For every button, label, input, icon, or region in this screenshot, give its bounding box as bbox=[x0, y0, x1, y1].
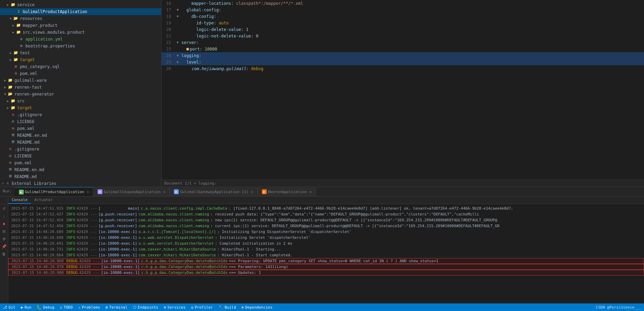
tree-label-readme-root: README.md bbox=[14, 174, 37, 179]
log-time-11: 2023-07-15 14:48:20.878 bbox=[11, 265, 64, 269]
code-line-19: 19 id-type: auto bbox=[162, 20, 644, 26]
run-tab-gateway[interactable]: ▶ GulimallGatewayApplication (1) × bbox=[170, 187, 258, 196]
log-thread-7: [io-10000-exec-1] bbox=[98, 241, 137, 246]
todo-icon: ☑ bbox=[60, 305, 63, 310]
close-product-tab[interactable]: × bbox=[87, 190, 89, 194]
log-pid-10: 42429 --- bbox=[79, 259, 100, 263]
status-problems[interactable]: ⚠ Problems bbox=[78, 305, 100, 310]
run-tab-renren[interactable]: ▶ RenrenApplication × bbox=[258, 187, 316, 196]
tree-item-license-root[interactable]: © LICENSE bbox=[0, 153, 161, 159]
run-tab-product[interactable]: ▶ GulimallProductApplication × bbox=[15, 187, 93, 196]
status-terminal[interactable]: ⊞ Terminal bbox=[106, 305, 127, 310]
code-line-24: 24 ▼ logging: bbox=[162, 52, 644, 59]
log-content[interactable]: 2023-07-15 14:47:51.915 INFO 42429 --- [… bbox=[8, 204, 644, 303]
log-time-7: 2023-07-15 14:48:20.691 bbox=[11, 241, 63, 246]
tree-label-target-rg: target bbox=[17, 105, 32, 110]
log-class-6: o.s.web.servlet.DispatcherServlet bbox=[138, 235, 214, 240]
terminal-icon: ⊞ bbox=[106, 305, 108, 310]
tree-item-src-rg[interactable]: ▶ 📁 src bbox=[0, 98, 161, 104]
tree-item-gitignore-root[interactable]: ⊗ .gitignore bbox=[0, 146, 161, 153]
tree-item-mapper-product[interactable]: ▶ 📁 mapper.product bbox=[0, 22, 161, 29]
status-services[interactable]: ⚙ Services bbox=[164, 305, 186, 310]
close-coupon-tab[interactable]: × bbox=[163, 190, 165, 194]
fold-17[interactable]: ▼ bbox=[175, 8, 180, 12]
fold-25[interactable]: ▼ bbox=[175, 60, 180, 64]
tree-label-external-libs: External Libraries bbox=[12, 181, 56, 186]
tree-item-readme-en-rg[interactable]: M README.en.md bbox=[0, 132, 161, 139]
log-thread-6: [io-10000-exec-1] bbox=[98, 235, 137, 240]
tree-label-props: bootstrap.properties bbox=[25, 44, 75, 48]
console-tab[interactable]: Console bbox=[8, 197, 31, 204]
tree-item-readme-en-root[interactable]: M README.en.md bbox=[0, 166, 161, 173]
clear-button[interactable]: 🗑 bbox=[1, 251, 7, 257]
close-renren-tab[interactable]: × bbox=[310, 190, 312, 194]
tree-item-pom1[interactable]: m pom.xml bbox=[0, 70, 161, 77]
run-tabs: Run: ▶ GulimallProductApplication × ▶ Gu… bbox=[0, 187, 644, 197]
tree-label-src-views: src.views.modules.product bbox=[23, 30, 85, 35]
folder-icon-ware: 📁 bbox=[8, 78, 13, 83]
tree-item-gulimall-product-app[interactable]: J GulimallProductApplication bbox=[0, 8, 161, 15]
run-tab-coupon[interactable]: ▶ GulimallCouponApplication × bbox=[93, 187, 170, 196]
tree-item-renren-fast[interactable]: ▶ 📁 renren-fast bbox=[0, 84, 161, 91]
editor-content[interactable]: 16 mapper-locations: classpath*:/mapper/… bbox=[162, 0, 644, 180]
tree-item-renren-gen[interactable]: ▼ 📂 renren-generator bbox=[0, 91, 161, 98]
tree-label-test: test bbox=[20, 51, 30, 55]
tree-label-pom1: pom.xml bbox=[20, 71, 37, 76]
filter-button[interactable]: ⊟ bbox=[1, 228, 7, 234]
tree-item-target1[interactable]: ▶ 📁 target bbox=[0, 56, 161, 63]
tree-label-license-rg: LICENSE bbox=[17, 119, 35, 124]
tree-item-src-views[interactable]: ▶ 📁 src.views.modules.product bbox=[0, 29, 161, 36]
tree-item-external-libs[interactable]: ⊳ ⚗ External Libraries bbox=[0, 180, 161, 187]
status-debug[interactable]: 🐛 Debug bbox=[37, 305, 54, 310]
tree-item-test[interactable]: ▶ 📁 test bbox=[0, 49, 161, 56]
tree-item-resources[interactable]: ▼ 📂 resources bbox=[0, 15, 161, 22]
tree-item-pom-rg[interactable]: m pom.xml bbox=[0, 125, 161, 132]
close-gateway-tab[interactable]: × bbox=[251, 190, 253, 194]
status-profiler[interactable]: ◎ Profiler bbox=[191, 305, 213, 310]
log-class-3: com.alibaba.nacos.client.naming bbox=[138, 218, 209, 222]
log-class-8: com.zaxxer.hikari.HikariDataSource bbox=[138, 247, 216, 252]
code-content-16: mapper-locations: classpath*:/mapper/**/… bbox=[180, 1, 641, 6]
stop-button[interactable]: ■ bbox=[1, 221, 7, 227]
tree-item-target-rg[interactable]: ▶ 📁 target bbox=[0, 104, 161, 111]
fold-22[interactable]: ▼ bbox=[175, 41, 180, 44]
status-run[interactable]: ▶ Run bbox=[21, 305, 32, 310]
tree-item-pom-root[interactable]: m pom.xml bbox=[0, 159, 161, 166]
fold-24[interactable]: ▼ bbox=[175, 54, 180, 57]
tree-item-pms-sql[interactable]: ⊞ pms_category.sql bbox=[0, 63, 161, 70]
status-todo[interactable]: ☑ TODO bbox=[60, 305, 73, 310]
tree-item-application-yml[interactable]: ⚙ application.yml bbox=[0, 36, 161, 43]
line-num-23: 23 bbox=[162, 47, 175, 52]
tree-item-bootstrap-props[interactable]: ≡ bootstrap.properties bbox=[0, 43, 161, 49]
code-line-18: 18 ▼ db-config: bbox=[162, 13, 644, 20]
pin-button[interactable]: 📌 bbox=[1, 243, 7, 249]
editor-status: Document 1/1 × logging: bbox=[162, 180, 644, 187]
actuator-tab[interactable]: Actuator bbox=[31, 197, 56, 204]
code-content-21: logic-not-delete-value: 0 bbox=[180, 34, 641, 38]
fold-18[interactable]: ▼ bbox=[175, 14, 180, 18]
log-line-11: 2023-07-15 14:48:20.878 DEBUG 42429 --- … bbox=[8, 264, 644, 270]
coupon-app-icon: ▶ bbox=[98, 189, 102, 194]
log-thread-3: [g.push.receiver] bbox=[98, 218, 137, 222]
tree-item-gitignore-rg[interactable]: ⊗ .gitignore bbox=[0, 111, 161, 118]
tree-arrow-renren-fast: ▶ bbox=[3, 86, 8, 89]
log-level-3: INFO bbox=[66, 218, 75, 222]
code-content-18: db-config: bbox=[180, 14, 641, 19]
folder-icon-src-rg: 📁 bbox=[10, 98, 16, 104]
line-num-16: 16 bbox=[162, 1, 175, 6]
editor-status-text: Document 1/1 × logging: bbox=[164, 181, 216, 186]
status-build-label: Build bbox=[225, 305, 236, 310]
tree-item-readme-root[interactable]: M README.md bbox=[0, 173, 161, 180]
status-build[interactable]: 🔨 Build bbox=[219, 305, 236, 310]
status-dependencies[interactable]: ⊕ Dependencies bbox=[242, 305, 273, 310]
tree-item-license-rg[interactable]: © LICENSE bbox=[0, 118, 161, 125]
dependencies-icon: ⊕ bbox=[242, 305, 244, 310]
status-endpoints[interactable]: ⬡ Endpoints bbox=[133, 305, 158, 310]
scroll-down-button[interactable]: ↓ bbox=[1, 213, 7, 219]
tree-item-ware[interactable]: ▶ 📁 gulimall-ware bbox=[0, 77, 161, 84]
status-git[interactable]: ⎇ Git bbox=[3, 305, 15, 310]
tree-item-readme-rg[interactable]: M README.md bbox=[0, 139, 161, 146]
settings-button[interactable]: ⚙ bbox=[1, 236, 7, 242]
tree-item-service[interactable]: ▶ 📁 service bbox=[0, 1, 161, 8]
restart-button[interactable]: ↺ bbox=[1, 206, 7, 212]
